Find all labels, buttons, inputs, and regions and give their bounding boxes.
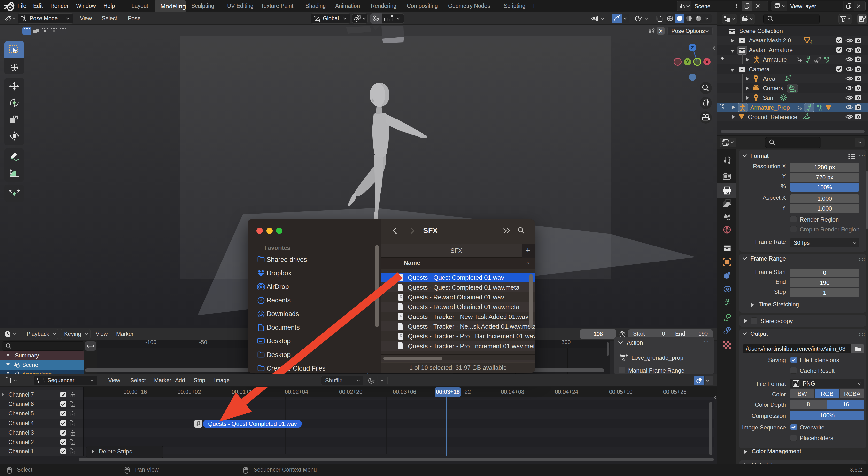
svg-text:Z: Z xyxy=(691,45,694,50)
svg-text:X: X xyxy=(706,59,709,64)
svg-text:Y: Y xyxy=(686,59,689,64)
